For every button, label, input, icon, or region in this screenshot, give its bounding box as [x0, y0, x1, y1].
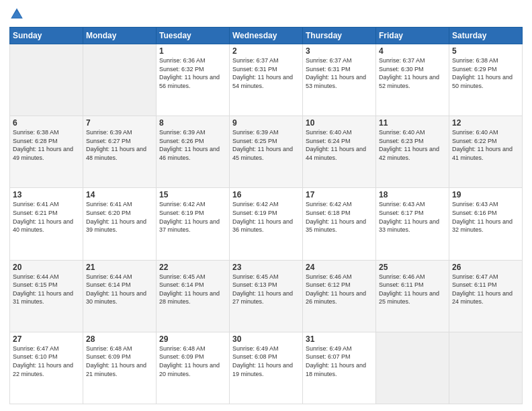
calendar-cell — [449, 332, 523, 404]
day-info: Sunrise: 6:36 AMSunset: 6:32 PMDaylight:… — [159, 57, 220, 89]
day-number: 21 — [86, 263, 153, 272]
day-number: 2 — [232, 46, 300, 56]
calendar-cell: 28Sunrise: 6:48 AMSunset: 6:09 PMDayligh… — [83, 332, 157, 404]
week-row-4: 27Sunrise: 6:47 AMSunset: 6:10 PMDayligh… — [10, 332, 523, 404]
day-info: Sunrise: 6:40 AMSunset: 6:23 PMDaylight:… — [379, 129, 439, 161]
day-info: Sunrise: 6:41 AMSunset: 6:21 PMDaylight:… — [13, 201, 73, 233]
calendar-cell: 19Sunrise: 6:43 AMSunset: 6:16 PMDayligh… — [449, 188, 523, 260]
day-info: Sunrise: 6:38 AMSunset: 6:28 PMDaylight:… — [13, 129, 73, 161]
page: SundayMondayTuesdayWednesdayThursdayFrid… — [0, 0, 532, 411]
week-row-0: 1Sunrise: 6:36 AMSunset: 6:32 PMDaylight… — [10, 44, 523, 116]
day-number: 24 — [306, 263, 373, 272]
calendar-cell: 27Sunrise: 6:47 AMSunset: 6:10 PMDayligh… — [10, 332, 83, 404]
calendar-cell: 18Sunrise: 6:43 AMSunset: 6:17 PMDayligh… — [376, 188, 449, 260]
day-info: Sunrise: 6:39 AMSunset: 6:26 PMDaylight:… — [159, 129, 220, 161]
day-info: Sunrise: 6:41 AMSunset: 6:20 PMDaylight:… — [86, 201, 146, 233]
day-number: 18 — [379, 190, 446, 199]
weekday-header-wednesday: Wednesday — [230, 28, 303, 44]
calendar-cell: 21Sunrise: 6:44 AMSunset: 6:14 PMDayligh… — [83, 260, 157, 332]
logo-icon — [9, 7, 24, 21]
day-info: Sunrise: 6:42 AMSunset: 6:19 PMDaylight:… — [159, 201, 220, 233]
day-info: Sunrise: 6:43 AMSunset: 6:17 PMDaylight:… — [379, 201, 439, 233]
calendar-cell: 15Sunrise: 6:42 AMSunset: 6:19 PMDayligh… — [157, 188, 230, 260]
day-info: Sunrise: 6:39 AMSunset: 6:25 PMDaylight:… — [232, 129, 293, 161]
day-info: Sunrise: 6:49 AMSunset: 6:07 PMDaylight:… — [306, 345, 366, 377]
calendar-cell: 23Sunrise: 6:45 AMSunset: 6:13 PMDayligh… — [230, 260, 303, 332]
day-info: Sunrise: 6:42 AMSunset: 6:18 PMDaylight:… — [306, 201, 366, 233]
calendar-cell: 16Sunrise: 6:42 AMSunset: 6:19 PMDayligh… — [230, 188, 303, 260]
weekday-header-friday: Friday — [376, 28, 449, 44]
day-number: 25 — [379, 263, 446, 272]
calendar-cell: 3Sunrise: 6:37 AMSunset: 6:31 PMDaylight… — [303, 44, 376, 116]
calendar-cell — [376, 332, 449, 404]
day-number: 6 — [13, 118, 80, 128]
calendar-cell: 26Sunrise: 6:47 AMSunset: 6:11 PMDayligh… — [449, 260, 523, 332]
day-number: 7 — [86, 118, 153, 128]
day-number: 12 — [452, 118, 519, 128]
day-number: 30 — [232, 334, 300, 344]
header — [9, 7, 523, 21]
calendar: SundayMondayTuesdayWednesdayThursdayFrid… — [9, 27, 523, 404]
day-number: 1 — [159, 46, 226, 56]
day-number: 10 — [306, 118, 373, 128]
day-number: 5 — [452, 46, 519, 56]
calendar-cell: 9Sunrise: 6:39 AMSunset: 6:25 PMDaylight… — [230, 116, 303, 188]
calendar-cell: 24Sunrise: 6:46 AMSunset: 6:12 PMDayligh… — [303, 260, 376, 332]
calendar-cell — [83, 44, 157, 116]
day-number: 26 — [452, 263, 519, 272]
day-number: 11 — [379, 118, 446, 128]
calendar-cell: 31Sunrise: 6:49 AMSunset: 6:07 PMDayligh… — [303, 332, 376, 404]
calendar-cell: 13Sunrise: 6:41 AMSunset: 6:21 PMDayligh… — [10, 188, 83, 260]
day-info: Sunrise: 6:45 AMSunset: 6:13 PMDaylight:… — [232, 273, 293, 306]
calendar-cell: 8Sunrise: 6:39 AMSunset: 6:26 PMDaylight… — [157, 116, 230, 188]
day-info: Sunrise: 6:46 AMSunset: 6:12 PMDaylight:… — [306, 273, 366, 306]
day-number: 28 — [86, 334, 153, 344]
day-number: 19 — [452, 190, 519, 199]
day-info: Sunrise: 6:40 AMSunset: 6:22 PMDaylight:… — [452, 129, 513, 161]
logo — [9, 7, 27, 21]
day-info: Sunrise: 6:37 AMSunset: 6:31 PMDaylight:… — [232, 57, 293, 89]
day-number: 15 — [159, 190, 226, 199]
week-row-1: 6Sunrise: 6:38 AMSunset: 6:28 PMDaylight… — [10, 116, 523, 188]
calendar-cell: 29Sunrise: 6:48 AMSunset: 6:09 PMDayligh… — [157, 332, 230, 404]
calendar-cell: 6Sunrise: 6:38 AMSunset: 6:28 PMDaylight… — [10, 116, 83, 188]
day-number: 16 — [232, 190, 300, 199]
day-info: Sunrise: 6:38 AMSunset: 6:29 PMDaylight:… — [452, 57, 513, 89]
weekday-header-tuesday: Tuesday — [157, 28, 230, 44]
calendar-cell: 5Sunrise: 6:38 AMSunset: 6:29 PMDaylight… — [449, 44, 523, 116]
svg-marker-1 — [12, 11, 22, 17]
calendar-cell: 2Sunrise: 6:37 AMSunset: 6:31 PMDaylight… — [230, 44, 303, 116]
day-info: Sunrise: 6:37 AMSunset: 6:31 PMDaylight:… — [306, 57, 366, 89]
day-info: Sunrise: 6:49 AMSunset: 6:08 PMDaylight:… — [232, 345, 293, 377]
day-info: Sunrise: 6:48 AMSunset: 6:09 PMDaylight:… — [86, 345, 146, 377]
day-number: 13 — [13, 190, 80, 199]
day-info: Sunrise: 6:42 AMSunset: 6:19 PMDaylight:… — [232, 201, 293, 233]
day-info: Sunrise: 6:45 AMSunset: 6:14 PMDaylight:… — [159, 273, 220, 306]
day-info: Sunrise: 6:37 AMSunset: 6:30 PMDaylight:… — [379, 57, 439, 89]
day-info: Sunrise: 6:48 AMSunset: 6:09 PMDaylight:… — [159, 345, 220, 377]
calendar-cell — [10, 44, 83, 116]
day-number: 9 — [232, 118, 300, 128]
day-info: Sunrise: 6:46 AMSunset: 6:11 PMDaylight:… — [379, 273, 439, 306]
day-number: 3 — [306, 46, 373, 56]
calendar-cell: 20Sunrise: 6:44 AMSunset: 6:15 PMDayligh… — [10, 260, 83, 332]
calendar-cell: 25Sunrise: 6:46 AMSunset: 6:11 PMDayligh… — [376, 260, 449, 332]
day-info: Sunrise: 6:44 AMSunset: 6:15 PMDaylight:… — [13, 273, 73, 306]
calendar-cell: 7Sunrise: 6:39 AMSunset: 6:27 PMDaylight… — [83, 116, 157, 188]
day-number: 14 — [86, 190, 153, 199]
day-info: Sunrise: 6:44 AMSunset: 6:14 PMDaylight:… — [86, 273, 146, 306]
calendar-cell: 30Sunrise: 6:49 AMSunset: 6:08 PMDayligh… — [230, 332, 303, 404]
calendar-cell: 14Sunrise: 6:41 AMSunset: 6:20 PMDayligh… — [83, 188, 157, 260]
day-info: Sunrise: 6:43 AMSunset: 6:16 PMDaylight:… — [452, 201, 513, 233]
weekday-header-sunday: Sunday — [10, 28, 83, 44]
week-row-3: 20Sunrise: 6:44 AMSunset: 6:15 PMDayligh… — [10, 260, 523, 332]
week-row-2: 13Sunrise: 6:41 AMSunset: 6:21 PMDayligh… — [10, 188, 523, 260]
day-info: Sunrise: 6:39 AMSunset: 6:27 PMDaylight:… — [86, 129, 146, 161]
calendar-cell: 17Sunrise: 6:42 AMSunset: 6:18 PMDayligh… — [303, 188, 376, 260]
day-number: 8 — [159, 118, 226, 128]
weekday-header-monday: Monday — [83, 28, 157, 44]
calendar-cell: 11Sunrise: 6:40 AMSunset: 6:23 PMDayligh… — [376, 116, 449, 188]
day-info: Sunrise: 6:40 AMSunset: 6:24 PMDaylight:… — [306, 129, 366, 161]
day-number: 27 — [13, 334, 80, 344]
calendar-cell: 12Sunrise: 6:40 AMSunset: 6:22 PMDayligh… — [449, 116, 523, 188]
